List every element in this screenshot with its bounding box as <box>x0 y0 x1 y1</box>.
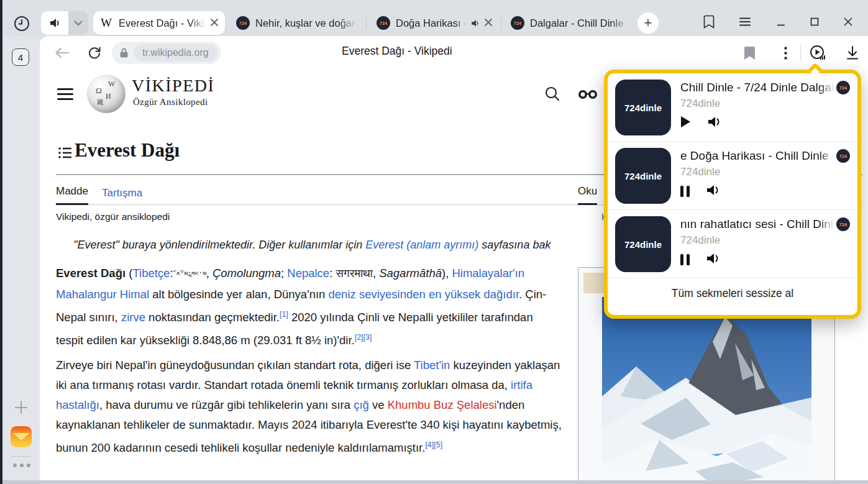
close-tab-icon[interactable] <box>485 17 492 29</box>
close-tab-icon[interactable] <box>211 17 218 29</box>
speaker-button[interactable] <box>41 11 68 35</box>
audio-dropdown-button[interactable] <box>68 11 88 35</box>
bookmark-flag-icon <box>744 47 755 60</box>
maximize-icon <box>810 17 819 26</box>
speaker-icon <box>48 17 61 29</box>
volume-button[interactable] <box>706 183 721 199</box>
volume-button[interactable] <box>706 252 721 268</box>
plus-icon <box>13 400 29 416</box>
hamburger-menu-icon <box>739 17 751 26</box>
maximize-button[interactable] <box>805 12 824 31</box>
envelope-flap <box>12 433 30 441</box>
tab-audio-control <box>41 11 88 35</box>
glasses-icon <box>578 89 599 99</box>
clock-icon <box>12 14 31 33</box>
minimize-icon <box>777 17 785 26</box>
tab-bar: W Everest Dağı - Vikip 724 Nehir, kuşlar… <box>2 0 868 36</box>
page-title: Everest Dağı - Vikipedi <box>342 45 452 58</box>
wiki-appearance-button[interactable] <box>578 89 596 108</box>
volume-button[interactable] <box>707 115 722 131</box>
tab-dalgalar[interactable]: 724 Dalgalar - Chill Dinle - 7 <box>505 11 635 35</box>
browser-toolbar: tr.wikipedia.org Everest Dağı - Vikipedi <box>40 36 868 70</box>
724-badge: 724 <box>836 81 850 94</box>
site-subtitle: Vikipedi, özgür ansiklopedi <box>56 211 170 222</box>
close-icon <box>844 17 852 26</box>
minimize-button[interactable] <box>772 12 790 31</box>
page-actions-button[interactable] <box>777 44 794 62</box>
back-arrow-icon <box>55 47 70 58</box>
724dinle-favicon: 724 <box>377 16 390 30</box>
sidebar-divider <box>11 456 31 457</box>
pause-button[interactable] <box>680 186 690 197</box>
volume-icon <box>707 115 722 129</box>
back-button[interactable] <box>53 44 71 62</box>
new-tab-button[interactable]: + <box>637 12 659 34</box>
tab-title: Nehir, kuşlar ve doğan <box>255 17 357 29</box>
hatnote: "Everest" buraya yönlendirilmektedir. Di… <box>73 239 611 252</box>
wiki-search-button[interactable] <box>544 86 563 104</box>
724-badge: 724 <box>836 149 850 163</box>
tab-oku[interactable]: Oku <box>578 185 597 205</box>
724-badge: 724 <box>836 217 850 231</box>
paragraph-routes: Zirveye biri Nepal'in güneydoğusundan çı… <box>56 355 562 458</box>
audio-subtitle: 724dinle <box>680 234 837 247</box>
wikipedia-favicon: W <box>99 16 113 30</box>
724dinle-favicon: 724 <box>236 16 250 30</box>
volume-icon <box>706 252 721 265</box>
close-window-button[interactable] <box>839 12 857 31</box>
audio-item-doga-harikasi[interactable]: 724dinle e Doğa Harikası - Chill Dinle -… <box>608 142 857 210</box>
tab-count-badge[interactable]: 4 <box>12 48 29 66</box>
kebab-menu-icon <box>784 47 787 60</box>
sidebar-panel-button[interactable] <box>700 12 718 31</box>
volume-icon <box>706 183 721 197</box>
list-icon <box>58 147 72 159</box>
bookmark-button[interactable] <box>741 44 758 62</box>
reload-button[interactable] <box>86 44 103 62</box>
everest-photo[interactable] <box>602 297 811 480</box>
tab-title: Doğa Harikası - C <box>396 17 468 29</box>
mute-all-tabs-button[interactable]: Tüm sekmeleri sessize al <box>608 278 857 308</box>
wiki-wordmark[interactable]: VİKİPEDİ <box>132 76 214 96</box>
sidebar-more-button[interactable] <box>13 463 30 467</box>
tab-tartisma[interactable]: Tartışma <box>102 187 142 205</box>
download-button[interactable] <box>844 44 861 62</box>
sidebar-add-button[interactable] <box>13 400 29 416</box>
tab-madde[interactable]: Madde <box>56 185 88 205</box>
audio-tabs-popup: 724dinle Chill Dinle - 7/24 Dinle Dalgal… <box>604 70 861 319</box>
chevron-down-icon <box>74 21 83 26</box>
bookmark-panel-icon <box>703 15 715 29</box>
history-button[interactable] <box>12 14 31 33</box>
tab-audio-icon[interactable] <box>470 19 480 28</box>
toolbar-divider <box>800 45 801 61</box>
audio-item-dalgalar[interactable]: 724dinle Chill Dinle - 7/24 Dinle Dalgal… <box>608 73 857 142</box>
audio-title: Chill Dinle - 7/24 Dinle Dalgala <box>680 81 834 94</box>
audio-item-rahatlatici[interactable]: 724dinle nın rahatlatıcı sesi - Chill Di… <box>608 210 857 278</box>
paragraph-lead: Everest Dağı (Tibetçe: ཇོ་མོ་གླང་མ, Çomo… <box>56 263 562 350</box>
724dinle-favicon: 724 <box>511 16 524 30</box>
audio-title: e Doğa Harikası - Chill Dinle - 7 <box>680 149 834 163</box>
download-icon <box>846 45 859 60</box>
pause-button[interactable] <box>680 254 690 265</box>
audio-thumbnail: 724dinle <box>615 148 671 204</box>
address-bar[interactable]: tr.wikipedia.org <box>112 42 221 64</box>
tab-everest[interactable]: W Everest Dağı - Vikip <box>93 11 225 35</box>
tab-nehir[interactable]: 724 Nehir, kuşlar ve doğan <box>230 11 363 35</box>
search-icon <box>544 86 560 102</box>
audio-title: nın rahatlatıcı sesi - Chill Dinle <box>680 217 834 231</box>
play-button[interactable] <box>680 116 691 130</box>
wiki-menu-button[interactable] <box>57 88 73 101</box>
reload-icon <box>87 45 102 60</box>
wikipedia-logo[interactable]: Ω W И 藏 <box>87 75 126 113</box>
tab-doga-harikasi[interactable]: 724 Doğa Harikası - C <box>370 11 498 35</box>
mountain-image <box>602 297 811 480</box>
audio-thumbnail: 724dinle <box>615 80 671 135</box>
tab-title: Dalgalar - Chill Dinle - 7 <box>530 17 629 29</box>
audio-thumbnail: 724dinle <box>615 216 671 272</box>
yandex-mail-icon[interactable] <box>11 426 32 447</box>
media-player-button[interactable] <box>809 44 826 62</box>
tab-divider <box>501 17 501 30</box>
browser-menu-button[interactable] <box>736 12 754 31</box>
url-text[interactable]: tr.wikipedia.org <box>134 44 217 62</box>
wiki-wordmark-tagline: Özgür Ansiklopedi <box>133 97 208 107</box>
toc-button[interactable] <box>58 147 72 158</box>
